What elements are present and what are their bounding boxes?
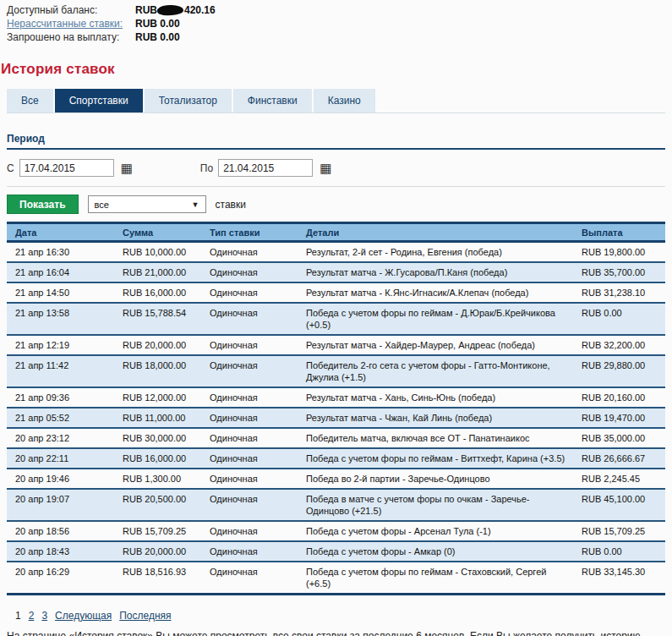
page-link[interactable]: 2	[29, 610, 35, 622]
cell-bet-type: Одиночная	[201, 303, 298, 335]
cell-amount: RUB 1,300.00	[114, 469, 201, 489]
cell-payout: RUB 32,200.00	[573, 335, 665, 355]
period-date-row: С ▦ По ▦	[7, 159, 665, 177]
table-row: 20 апр 16:29RUB 18,516.93ОдиночнаяПобеда…	[7, 562, 665, 595]
cell-amount: RUB 12,000.00	[114, 387, 201, 408]
tab-все[interactable]: Все	[7, 89, 53, 112]
cell-details: Результат матча - Чжан, Кай Линь (победа…	[298, 408, 573, 428]
cell-payout: RUB 2,245.45	[573, 469, 665, 489]
calendar-icon[interactable]: ▦	[320, 162, 331, 173]
cell-date: 21 апр 05:52	[7, 408, 114, 428]
calendar-icon[interactable]: ▦	[121, 162, 133, 173]
cell-details: Победа в матче с учетом форы по очкам - …	[298, 489, 573, 521]
table-row: 20 апр 23:12RUB 30,000.00ОдиночнаяПобеди…	[7, 428, 665, 448]
date-to-group: По ▦	[200, 159, 332, 177]
pagination: 123СледующаяПоследняя	[7, 610, 665, 622]
requested-withdrawal-label: Запрошено на выплату:	[7, 30, 135, 44]
table-row: 20 апр 19:07RUB 20,500.00ОдиночнаяПобеда…	[7, 489, 665, 521]
table-row: 21 апр 12:19RUB 20,000.00ОдиночнаяРезуль…	[7, 335, 665, 355]
cell-date: 20 апр 19:07	[7, 489, 114, 521]
table-row: 20 апр 22:11RUB 16,000.00ОдиночнаяПобеда…	[7, 448, 665, 469]
cell-bet-type: Одиночная	[201, 335, 298, 355]
unsettled-bets-value: RUB 0.00	[135, 17, 180, 30]
cell-bet-type: Одиночная	[201, 489, 298, 521]
available-balance-value: RUB420.16	[135, 3, 216, 17]
table-row: 20 апр 18:56RUB 15,709.25ОдиночнаяПобеда…	[7, 521, 665, 541]
cell-amount: RUB 16,000.00	[114, 448, 201, 469]
show-button[interactable]: Показать	[7, 195, 79, 214]
cell-details: Победитель матча, включая все ОТ - Панат…	[298, 428, 573, 448]
redaction-blob	[157, 4, 184, 16]
balance-row-unsettled: Нерассчитанные ставки: RUB 0.00	[7, 17, 665, 30]
tab-спортставки[interactable]: Спортставки	[55, 89, 143, 112]
bets-table-body: 21 апр 16:30RUB 10,000.00ОдиночнаяРезуль…	[7, 242, 665, 595]
cell-date: 20 апр 18:43	[7, 541, 114, 562]
cell-bet-type: Одиночная	[201, 262, 298, 282]
table-row: 21 апр 14:50RUB 16,000.00ОдиночнаяРезуль…	[7, 282, 665, 303]
cell-bet-type: Одиночная	[201, 521, 298, 541]
available-balance-label: Доступный баланс:	[7, 3, 135, 17]
cell-details: Победа во 2-й партии - Заречье-Одинцово	[298, 469, 573, 489]
cell-date: 21 апр 16:30	[7, 242, 114, 263]
divider	[7, 186, 665, 187]
column-header: Дата	[7, 223, 114, 242]
bet-type-select[interactable]: все ▼	[88, 195, 206, 213]
filter-suffix-label: ставки	[216, 199, 246, 211]
page-link[interactable]: Следующая	[55, 610, 112, 622]
page-title: История ставок	[1, 61, 665, 78]
footer-note: На странице «История ставок» Вы можете п…	[7, 630, 665, 636]
cell-bet-type: Одиночная	[201, 282, 298, 303]
date-from-label: С	[7, 162, 14, 174]
page-link[interactable]: 3	[41, 610, 47, 622]
cell-payout: RUB 19,470.00	[573, 408, 665, 428]
cell-bet-type: Одиночная	[201, 469, 298, 489]
tab-финставки[interactable]: Финставки	[233, 89, 312, 112]
unsettled-bets-link[interactable]: Нерассчитанные ставки:	[7, 18, 123, 30]
cell-bet-type: Одиночная	[201, 562, 298, 595]
column-header: Сумма	[114, 223, 201, 242]
period-heading: Период	[7, 133, 665, 150]
cell-bet-type: Одиночная	[201, 428, 298, 448]
cell-details: Результат матча - Хайдер-Маурер, Андреас…	[298, 335, 573, 355]
cell-amount: RUB 20,500.00	[114, 489, 201, 521]
cell-payout: RUB 35,700.00	[573, 262, 665, 282]
bets-table-head: ДатаСуммаТип ставкиДеталиВыплата	[7, 223, 665, 242]
cell-amount: RUB 15,788.54	[114, 303, 201, 335]
date-from-input[interactable]	[19, 159, 114, 177]
cell-date: 20 апр 19:46	[7, 469, 114, 489]
column-header: Выплата	[573, 223, 665, 242]
header-row: ДатаСуммаТип ставкиДеталиВыплата	[7, 223, 665, 242]
cell-amount: RUB 21,000.00	[114, 262, 201, 282]
unsettled-bets-label-wrap: Нерассчитанные ставки:	[7, 17, 135, 30]
requested-withdrawal-value: RUB 0.00	[135, 30, 180, 44]
cell-bet-type: Одиночная	[201, 541, 298, 562]
tab-bar: ВсеСпортставкиТотализаторФинставкиКазино	[7, 89, 665, 113]
cell-amount: RUB 18,000.00	[114, 355, 201, 387]
cell-date: 20 апр 18:56	[7, 521, 114, 541]
cell-payout: RUB 45,100.00	[573, 489, 665, 521]
cell-payout: RUB 31,238.10	[573, 282, 665, 303]
table-row: 20 апр 18:43RUB 20,000.00ОдиночнаяПобеда…	[7, 541, 665, 562]
date-to-input[interactable]	[218, 159, 313, 177]
balance-row-available: Доступный баланс: RUB420.16	[7, 3, 665, 17]
cell-payout: RUB 20,160.00	[573, 387, 665, 408]
bet-type-select-value: все	[95, 200, 109, 210]
table-row: 20 апр 19:46RUB 1,300.00ОдиночнаяПобеда …	[7, 469, 665, 489]
cell-amount: RUB 20,000.00	[114, 541, 201, 562]
page-link[interactable]: Последняя	[119, 610, 171, 622]
cell-date: 20 апр 22:11	[7, 448, 114, 469]
cell-details: Победа с учетом форы - Амкар (0)	[298, 541, 573, 562]
cell-payout: RUB 33,145.30	[573, 562, 665, 595]
cell-date: 21 апр 14:50	[7, 282, 114, 303]
cell-details: Результат, 2-й сет - Родина, Евгения (по…	[298, 242, 573, 263]
cell-payout: RUB 0.00	[573, 303, 665, 335]
date-to-label: По	[200, 162, 213, 174]
bets-table: ДатаСуммаТип ставкиДеталиВыплата 21 апр …	[7, 222, 665, 595]
balance-amount-suffix: 420.16	[184, 4, 216, 16]
tab-казино[interactable]: Казино	[314, 89, 375, 112]
cell-bet-type: Одиночная	[201, 408, 298, 428]
cell-date: 21 апр 13:58	[7, 303, 114, 335]
cell-details: Результат матча - Хань, Синь-Юнь (победа…	[298, 387, 573, 408]
tab-тотализатор[interactable]: Тотализатор	[145, 89, 232, 112]
balance-currency: RUB	[135, 4, 157, 16]
